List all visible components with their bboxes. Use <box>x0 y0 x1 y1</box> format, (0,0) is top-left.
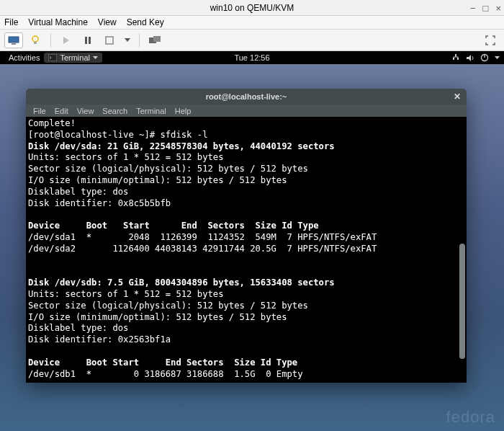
details-button[interactable] <box>26 32 45 48</box>
volume-icon <box>466 54 474 62</box>
svg-marker-19 <box>495 56 500 59</box>
activities-button[interactable]: Activities <box>4 53 44 62</box>
out-line: Disk /dev/sda: 21 GiB, 22548578304 bytes… <box>28 141 335 151</box>
menu-virtual-machine[interactable]: Virtual Machine <box>28 17 88 27</box>
svg-rect-3 <box>34 42 37 44</box>
close-icon[interactable]: ✕ <box>454 92 461 102</box>
svg-rect-13 <box>455 54 456 56</box>
svg-marker-12 <box>93 56 98 59</box>
minimize-icon[interactable]: − <box>470 3 476 14</box>
out-line: Units: sectors of 1 * 512 = 512 bytes <box>28 152 224 162</box>
out-line: /dev/sda1 * 2048 1126399 1124352 549M 7 … <box>28 232 377 242</box>
menu-file[interactable]: File <box>4 17 18 27</box>
lightbulb-icon <box>31 35 40 45</box>
scrollbar[interactable] <box>459 244 465 359</box>
svg-marker-16 <box>467 55 471 61</box>
terminal-title-text: root@localhost-live:~ <box>206 92 287 101</box>
pause-button[interactable] <box>78 32 97 48</box>
out-line: Complete! <box>28 118 76 128</box>
host-titlebar: win10 on QEMU/KVM − □ × <box>0 0 504 16</box>
svg-rect-14 <box>453 58 454 60</box>
svg-rect-11 <box>48 54 57 61</box>
term-menu-edit[interactable]: Edit <box>55 107 68 115</box>
fullscreen-icon <box>485 35 495 45</box>
maximize-icon[interactable]: □ <box>483 3 489 14</box>
menu-send-key[interactable]: Send Key <box>127 17 164 27</box>
svg-rect-6 <box>89 37 91 44</box>
chevron-down-icon <box>495 56 500 59</box>
power-icon <box>480 53 489 62</box>
out-line: Disk identifier: 0x2563bf1a <box>28 334 171 345</box>
svg-marker-4 <box>63 37 69 44</box>
shutdown-button[interactable] <box>100 32 119 48</box>
app-menu-button[interactable]: Terminal <box>44 53 102 63</box>
out-line: Sector size (logical/physical): 512 byte… <box>28 164 308 174</box>
out-line: Device Boot Start End Sectors Size Id Ty… <box>28 221 319 231</box>
host-title-text: win10 on QEMU/KVM <box>210 3 294 13</box>
term-menu-terminal[interactable]: Terminal <box>136 107 166 115</box>
snapshots-button[interactable] <box>145 32 164 48</box>
power-icon <box>105 36 114 45</box>
console-button[interactable] <box>4 32 23 48</box>
fullscreen-button[interactable] <box>481 32 500 48</box>
host-window-controls: − □ × <box>470 0 501 16</box>
app-menu-label: Terminal <box>60 53 90 62</box>
chevron-down-icon <box>93 56 98 59</box>
svg-marker-8 <box>125 38 130 42</box>
out-line: I/O size (minimum/optimal): 512 bytes / … <box>28 312 287 322</box>
terminal-titlebar[interactable]: root@localhost-live:~ ✕ <box>26 89 467 105</box>
pause-icon <box>84 37 91 44</box>
out-line: Sector size (logical/physical): 512 byte… <box>28 301 308 311</box>
terminal-icon <box>48 54 57 61</box>
svg-rect-7 <box>106 37 113 44</box>
out-line: Disklabel type: dos <box>28 187 128 197</box>
terminal-window: root@localhost-live:~ ✕ File Edit View S… <box>26 89 467 383</box>
out-line: Units: sectors of 1 * 512 = 512 bytes <box>28 289 224 299</box>
play-icon <box>63 37 70 44</box>
svg-rect-1 <box>12 43 16 45</box>
shutdown-menu-button[interactable] <box>122 32 133 48</box>
clock[interactable]: Tue 12:56 <box>234 53 269 62</box>
out-line: /dev/sda2 1126400 44038143 42911744 20.5… <box>28 244 377 254</box>
menu-view[interactable]: View <box>98 17 117 27</box>
host-toolbar <box>0 30 504 51</box>
toolbar-separator <box>50 33 51 48</box>
network-icon <box>451 54 460 62</box>
out-line: I/O size (minimum/optimal): 512 bytes / … <box>28 175 287 185</box>
out-line: Device Boot Start End Sectors Size Id Ty… <box>28 357 297 368</box>
chevron-down-icon <box>125 38 130 42</box>
svg-rect-15 <box>457 58 459 60</box>
close-icon[interactable]: × <box>495 3 501 14</box>
svg-rect-10 <box>153 36 161 42</box>
out-line: Disk identifier: 0x8c5b5bfb <box>28 198 171 208</box>
desktop: root@localhost-live:~ ✕ File Edit View S… <box>0 64 504 431</box>
system-tray[interactable] <box>451 53 500 62</box>
out-line: Disk /dev/sdb: 7.5 GiB, 8004304896 bytes… <box>28 277 335 288</box>
snapshot-icon <box>149 36 161 45</box>
svg-rect-5 <box>85 37 87 44</box>
term-menu-file[interactable]: File <box>33 107 46 115</box>
term-menu-help[interactable]: Help <box>175 107 192 115</box>
svg-point-2 <box>32 36 38 42</box>
fedora-watermark: fedora <box>446 408 495 427</box>
svg-rect-0 <box>9 37 19 43</box>
out-line: [root@localhost-live ~]# sfdisk -l <box>28 130 207 140</box>
run-button[interactable] <box>57 32 76 48</box>
out-line: /dev/sdb1 * 0 3186687 3186688 1.5G 0 Emp… <box>28 369 303 379</box>
terminal-output[interactable]: Complete! [root@localhost-live ~]# sfdis… <box>26 117 467 383</box>
out-line: Disklabel type: dos <box>28 323 128 333</box>
terminal-menubar: File Edit View Search Terminal Help <box>26 105 467 117</box>
toolbar-separator <box>139 33 140 48</box>
host-menubar: File Virtual Machine View Send Key <box>0 16 504 30</box>
term-menu-search[interactable]: Search <box>102 107 127 115</box>
gnome-topbar: Activities Terminal Tue 12:56 <box>0 51 504 64</box>
term-menu-view[interactable]: View <box>77 107 94 115</box>
monitor-icon <box>8 36 19 45</box>
